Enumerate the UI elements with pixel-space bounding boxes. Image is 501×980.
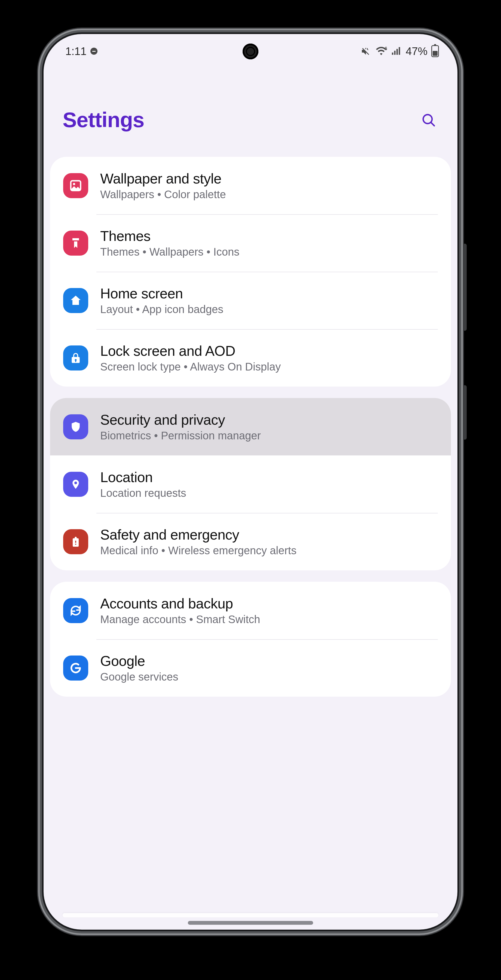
- front-camera: [243, 43, 258, 59]
- device-frame: 1:11 6 47%: [44, 34, 457, 930]
- row-subtitle: Medical info • Wireless emergency alerts: [100, 544, 296, 557]
- row-title: Themes: [100, 228, 239, 244]
- svg-text:6: 6: [385, 46, 387, 51]
- search-icon: [421, 113, 436, 128]
- row-title: Safety and emergency: [100, 527, 296, 543]
- page-header: Settings: [44, 61, 457, 157]
- settings-row-security[interactable]: Security and privacy Biometrics • Permis…: [50, 398, 451, 455]
- battery-icon: [431, 45, 439, 57]
- svg-point-4: [73, 183, 75, 185]
- page-title: Settings: [63, 108, 144, 132]
- gesture-hint-track: [63, 913, 438, 917]
- signal-icon: [391, 46, 402, 57]
- row-subtitle: Location requests: [100, 487, 186, 499]
- location-icon: [63, 472, 88, 497]
- gesture-nav-bar[interactable]: [188, 921, 313, 925]
- google-icon: [63, 655, 88, 681]
- volume-button[interactable]: [463, 243, 467, 331]
- home-icon: [63, 288, 88, 313]
- settings-group-display: Wallpaper and style Wallpapers • Color p…: [50, 157, 451, 387]
- wallpaper-icon: [63, 173, 88, 198]
- row-title: Security and privacy: [100, 412, 261, 428]
- row-title: Home screen: [100, 285, 223, 302]
- settings-list: Wallpaper and style Wallpapers • Color p…: [44, 157, 457, 708]
- themes-icon: [63, 231, 88, 256]
- search-button[interactable]: [419, 110, 438, 130]
- settings-row-lock[interactable]: Lock screen and AOD Screen lock type • A…: [50, 329, 451, 387]
- settings-row-themes[interactable]: Themes Themes • Wallpapers • Icons: [50, 214, 451, 272]
- dnd-icon: [91, 48, 97, 55]
- row-title: Accounts and backup: [100, 595, 260, 612]
- row-title: Lock screen and AOD: [100, 343, 281, 359]
- settings-group-accounts: Accounts and backup Manage accounts • Sm…: [50, 582, 451, 697]
- power-button[interactable]: [463, 385, 467, 440]
- row-title: Location: [100, 469, 186, 485]
- battery-percentage: 47%: [406, 45, 428, 57]
- row-title: Wallpaper and style: [100, 170, 226, 187]
- mute-icon: [361, 46, 371, 57]
- row-title: Google: [100, 653, 178, 669]
- settings-row-home[interactable]: Home screen Layout • App icon badges: [50, 272, 451, 329]
- wifi-icon: 6: [375, 46, 387, 57]
- row-subtitle: Wallpapers • Color palette: [100, 188, 226, 200]
- lock-icon: [63, 345, 88, 371]
- settings-row-wallpaper[interactable]: Wallpaper and style Wallpapers • Color p…: [50, 157, 451, 214]
- status-time: 1:11: [65, 45, 87, 57]
- settings-row-google[interactable]: Google Google services: [50, 639, 451, 697]
- row-subtitle: Google services: [100, 671, 178, 683]
- screen: 1:11 6 47%: [44, 34, 457, 930]
- settings-row-accounts[interactable]: Accounts and backup Manage accounts • Sm…: [50, 582, 451, 639]
- settings-group-security: Security and privacy Biometrics • Permis…: [50, 398, 451, 570]
- sync-icon: [63, 598, 88, 623]
- row-subtitle: Screen lock type • Always On Display: [100, 361, 281, 373]
- row-subtitle: Themes • Wallpapers • Icons: [100, 246, 239, 258]
- settings-row-safety[interactable]: Safety and emergency Medical info • Wire…: [50, 513, 451, 570]
- row-subtitle: Manage accounts • Smart Switch: [100, 613, 260, 625]
- shield-icon: [63, 414, 88, 439]
- row-subtitle: Layout • App icon badges: [100, 303, 223, 315]
- row-subtitle: Biometrics • Permission manager: [100, 430, 261, 442]
- safety-icon: [63, 529, 88, 554]
- settings-row-location[interactable]: Location Location requests: [50, 455, 451, 513]
- svg-line-2: [431, 122, 434, 126]
